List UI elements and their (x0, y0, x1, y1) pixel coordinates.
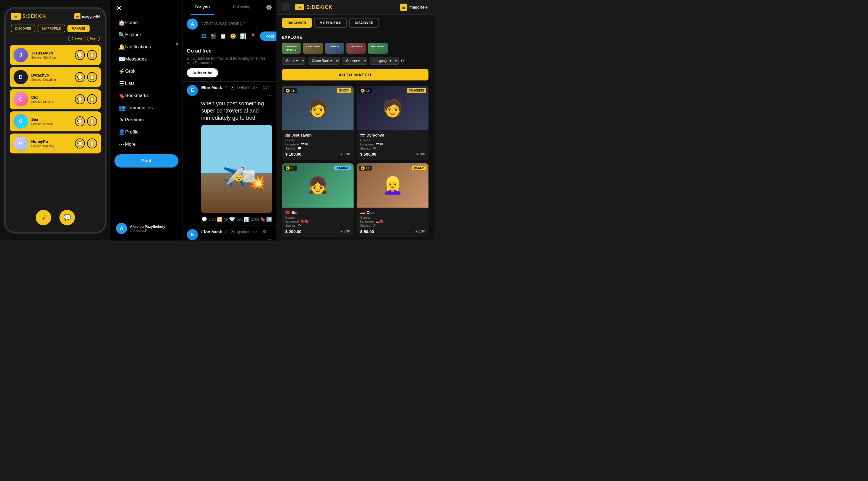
explore-tab-minigame[interactable]: MINI GAME (368, 43, 388, 54)
post-button[interactable]: Post (115, 154, 178, 168)
tweet-more-icon-1[interactable]: ⋯ (267, 92, 272, 98)
like-action[interactable]: 🤍 59K (229, 216, 243, 222)
sidebar-item-profile[interactable]: 👤 Profile (113, 126, 180, 138)
chat-button[interactable]: 💬 (75, 116, 85, 126)
location-tool-icon[interactable]: 📍 (250, 33, 256, 39)
list-tool-icon[interactable]: 📋 (220, 33, 226, 39)
explore-tab-ongoing-events[interactable]: ONGOINGEVENTS (282, 43, 301, 54)
phone-username: maggieHH (82, 14, 100, 19)
gender-filter[interactable]: Gender ▾ (342, 57, 367, 65)
gif-tool-icon[interactable]: 🎬 (210, 33, 216, 39)
sk-creator-card-dyrachyo[interactable]: 🧑 ▶ 0.9' COACHING 🇷🇺 Dyrachyo Gender: (357, 86, 429, 160)
tab-for-you[interactable]: For you (182, 0, 222, 15)
chat-button[interactable]: 💬 (75, 139, 85, 148)
phone-tag-creator[interactable]: Creator (68, 36, 85, 41)
language-filter[interactable]: Language ▾ (370, 57, 399, 65)
views-count: 2.9M (251, 217, 259, 221)
retweet-action[interactable]: 🔁 5K (217, 216, 228, 222)
sk-user-icon: 📺 (400, 4, 407, 11)
game-filter[interactable]: Game ▾ (282, 57, 306, 65)
tweet-more-icon-2[interactable]: ⋯ (267, 236, 272, 241)
sidebar-item-grok[interactable]: ⚡ Grok (113, 65, 180, 78)
chat-button[interactable]: 💬 (75, 94, 85, 104)
sidebar-item-more[interactable]: ⋯ More (113, 138, 180, 150)
emoji-tool-icon[interactable]: 😊 (230, 33, 236, 39)
explore-tab-buddy[interactable]: BUDDY (326, 43, 344, 54)
sk-creator-info-cici: 🇩🇪 Cici Gender: ♀️ Language: 🇩🇪🇬🇧 Servic… (357, 208, 429, 237)
sidebar-item-bookmarks[interactable]: 🔖 Bookmarks (113, 90, 180, 102)
sk-creator-card-cici[interactable]: 👱‍♀️ ▶ 1.9' BUDDY 🇩🇪 Cici Gender: (357, 163, 429, 237)
explore-tab-coaching[interactable]: COACHING (303, 43, 323, 54)
sidebar-item-messages[interactable]: ✉️ Messages (113, 53, 180, 65)
creator-service: Service: Chit Chat (31, 56, 71, 59)
poll-tool-icon[interactable]: 📊 (240, 33, 246, 39)
phone-logo-icon: 📺 (11, 13, 21, 20)
compose-post-button[interactable]: Post (260, 31, 276, 41)
settings-icon[interactable]: ⚙️ (261, 0, 276, 15)
sk-tab-discover-2[interactable]: DISCOVER (349, 18, 379, 28)
explore-tab-gamekey[interactable]: GAMEKEY (346, 43, 366, 54)
creator-card-jesusavgn[interactable]: J JesusAVGN Service: Chit Chat 💬 📋 (10, 45, 101, 65)
profile-button[interactable]: 📋 (87, 94, 97, 104)
chat-button[interactable]: 💬 (75, 72, 85, 82)
user-menu[interactable]: A Akseleu Pazylbekuly @AkseleuP (111, 218, 182, 238)
language-label: Language: (285, 220, 300, 223)
bookmark-action[interactable]: 🔖 (260, 216, 266, 222)
creator-actions: 💬 📋 (75, 139, 97, 148)
share-action[interactable]: ↗️ (266, 216, 272, 222)
subscribe-button[interactable]: Subscribe (187, 68, 218, 78)
tweet-platform-2: X (230, 230, 235, 234)
creator-info: HoneyPu Service: Dancing (31, 139, 71, 148)
sidebar-item-explore[interactable]: 🔍 Explore (113, 29, 180, 41)
reply-action[interactable]: 💬 3.2K (201, 216, 216, 222)
promoted-title-text: Go ad free (187, 48, 212, 54)
profile-button[interactable]: 📋 (87, 139, 97, 148)
sidekick-header: › 📺 S:DEKICK 📺 maggieHH (276, 0, 434, 14)
sk-creator-language: Language: 🇩🇪🇬🇧 (360, 220, 425, 223)
notification-dot (176, 43, 178, 45)
phone-discover-button[interactable]: DISCOVER (11, 25, 35, 32)
sidebar-item-lists[interactable]: ☰ Lists (113, 78, 180, 90)
creator-info: Cici Service: Singing (31, 95, 71, 103)
tab-following[interactable]: Following (222, 0, 261, 15)
profile-button[interactable]: 📋 (87, 72, 97, 82)
creator-card-honeypu[interactable]: H HoneyPu Service: Dancing 💬 📋 (10, 133, 101, 153)
elon-avatar-2: E (187, 229, 198, 240)
sk-user-info: 📺 maggieHH (400, 4, 429, 11)
photo-tool-icon[interactable]: 🖼 (201, 33, 206, 39)
play-icon: ▶ (361, 166, 365, 170)
sidebar-item-notifications[interactable]: 🔔 Notifications (113, 41, 180, 53)
sk-tab-discover-1[interactable]: DISCOVER (282, 18, 312, 28)
profile-button[interactable]: 📋 (87, 116, 97, 126)
filter-settings-icon[interactable]: ⚙ (401, 58, 405, 64)
sk-creator-card-jesusavgn[interactable]: 🧑 ▶ 0.5' BUDDY 🇺🇸 Jesusavgn Gender: (282, 86, 353, 160)
creator-card-sisi[interactable]: S Sisi Service: Airdrop 💬 📋 (10, 112, 101, 131)
phone-my-profile-button[interactable]: MY PROFILE (38, 25, 65, 32)
game-rank-filter[interactable]: Game Rank ▾ (308, 57, 340, 65)
phone-manage-button[interactable]: MANAGE (67, 25, 90, 32)
sidebar-toggle-button[interactable]: › (282, 3, 290, 11)
sk-tab-my-profile[interactable]: MY PROFILE (314, 18, 347, 28)
chat-button[interactable]: 💬 (75, 50, 85, 60)
views-action[interactable]: 📊 2.9M (244, 216, 259, 222)
phone-user-info: 📺 maggieHH (74, 13, 100, 19)
creator-duration: 0.9' (366, 89, 370, 92)
sk-creator-card-sisi[interactable]: 👧 ▶ 1.1' AIRDROP 🇨🇳 Sisi Gender: (282, 163, 353, 237)
promoted-menu-icon[interactable]: ⋯ (268, 48, 272, 53)
creator-card-dyrachyo[interactable]: D Dyrachyo Service: Coaching 💬 📋 (10, 67, 101, 87)
creator-card-cici[interactable]: C Cici Service: Singing 💬 📋 (10, 89, 101, 109)
twitter-x-logo[interactable]: ✕ (111, 2, 182, 17)
more-icon: ⋯ (118, 141, 125, 148)
sidebar-item-communities[interactable]: 👥 Communities (113, 102, 180, 114)
chat-icon[interactable]: 💬 (59, 210, 75, 225)
wallet-icon[interactable]: 💰 (36, 210, 51, 225)
sk-creator-time-2: ▶ 0.9' (359, 88, 372, 93)
tweet-time-2: 9h (263, 230, 267, 234)
auto-match-button[interactable]: AUTO MATCH (282, 69, 429, 81)
phone-tag-user[interactable]: User (87, 36, 100, 41)
sidebar-item-home[interactable]: 🏠 Home (113, 17, 180, 29)
compose-placeholder[interactable]: What is happening?! (201, 19, 276, 29)
profile-button[interactable]: 📋 (87, 50, 97, 60)
gender-label: Gender: (360, 139, 371, 142)
sidebar-item-premium[interactable]: ✕ Premium (113, 114, 180, 126)
